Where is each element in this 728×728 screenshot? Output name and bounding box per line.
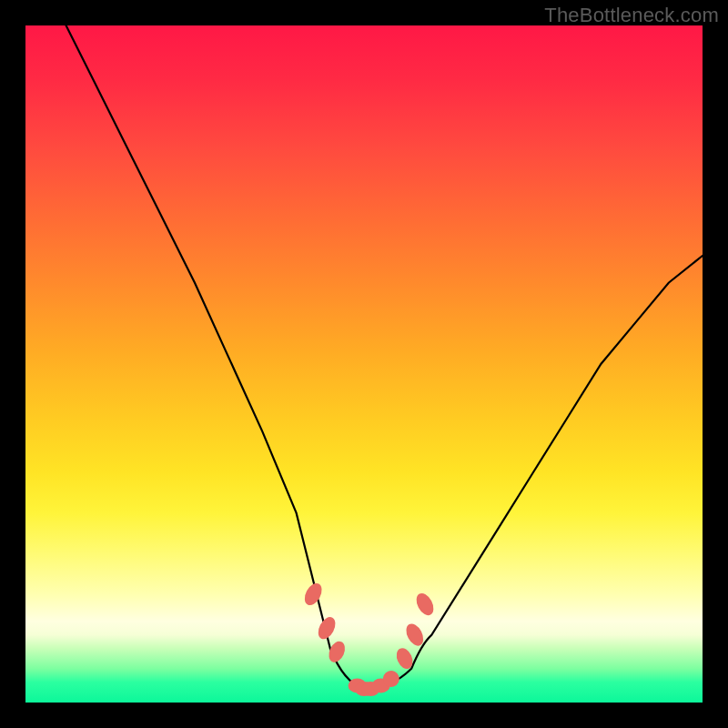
bottleneck-curve bbox=[25, 25, 703, 703]
chart-frame: TheBottleneck.com bbox=[0, 0, 728, 728]
tolerance-markers bbox=[301, 581, 437, 696]
plot-area bbox=[25, 25, 703, 703]
svg-point-10 bbox=[413, 591, 437, 618]
svg-point-0 bbox=[301, 581, 325, 608]
curve-path bbox=[66, 25, 703, 689]
svg-point-1 bbox=[315, 614, 339, 642]
watermark-text: TheBottleneck.com bbox=[544, 4, 719, 27]
